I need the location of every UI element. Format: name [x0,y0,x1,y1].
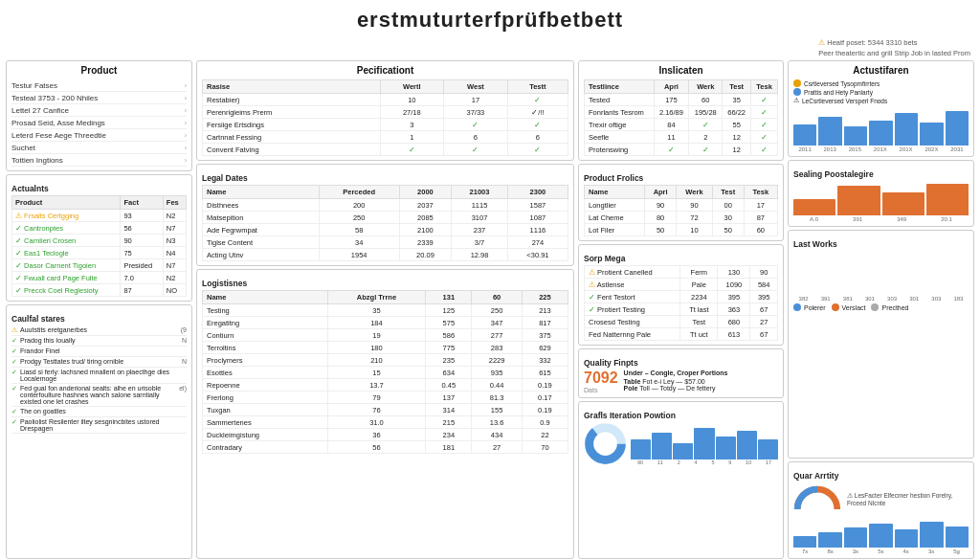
product-list: Testur Fatses› Testeal 3753 - 200 Nhiles… [11,79,187,167]
sealing-title: Sealing Poostalegire [793,169,969,179]
frolics-row: Lot Filer50105060 [585,224,778,236]
logistics-row: Duckleimgistung3623443422 [203,429,568,441]
caulfal-item: ✓Liasd si ferly: lachsned mnallent on pl… [11,368,187,384]
legal-title: Legal Dates [202,173,568,183]
actuals-row: ✓ Eas1 Teclogle75N4 [12,247,187,259]
indication-row: Fonrlants Tesrom2.16/89195/2866/22✓ [585,106,778,119]
actuals-row: ⚠ Frsalts Certgging93N2 [12,210,187,222]
legend-dot-2 [793,88,801,96]
top-notice-bar: ⚠ Heatf poset: 5344 3310 bets Peer theat… [0,36,980,60]
quality-panel: Quality Finpts 7092 Dats Under – Congle,… [578,348,784,398]
list-item[interactable]: Testeal 3753 - 200 Nhiles› [11,92,187,104]
spec-row: Perenrigleims Prerm27/1837/33✓/!! [203,106,568,119]
sorp-row: ⚠ AstlensePale1090584 [585,279,778,291]
logistics-row: Eregatitng184575347817 [203,317,568,329]
specs-title: Pecificationt [202,65,568,76]
grafls-title: Grafls Iteration Powtion [584,411,778,420]
actuals-row: ✓ Carnlieri Crosen90N3 [12,235,187,247]
indications-table: Testlince Apri Werk Test Tesk Tested1756… [584,79,778,156]
indication-row: Seefle11212✓ [585,131,778,144]
frolics-row: Longtlier90900017 [585,199,778,212]
quart-bar-chart [793,519,969,548]
caulfal-item: ✓The on goatlles [11,407,187,417]
grafls-panel: Grafls Iteration Powtion [578,401,784,559]
page-title: erstmuturterfprüfbetbett [0,0,980,36]
indication-row: Protenswing✓✓12✓ [585,144,778,156]
quart-donut [793,482,841,516]
actuals-row: ✓ Fwuall card Page Fulte7.0N2 [12,272,187,284]
caulfal-panel: Caulfal stares ⚠Auutstits eretganerbes(9… [6,304,192,559]
caulfal-title: Caulfal stares [11,314,187,324]
product-column: Product Testur Fatses› Testeal 3753 - 20… [6,60,192,559]
legal-panel: Legal Dates Name Perceded 2000 21003 230… [196,164,574,266]
top-notice: ⚠ Heatf poset: 5344 3310 bets Peer theat… [818,38,970,58]
sorp-row: Crosesd TestingTest68027 [585,316,778,328]
actustifaren-chart-labels: 2011 2013 2015 201X 201X 202X 2031 [793,146,969,152]
works-labels: 382 391 381 301 303 301 303 183 [793,296,969,302]
actuals-row: ✓ Precck Coel Reglesioty87NO [12,284,187,297]
actustifaren-title: Actustifaren [793,65,969,76]
logistics-row: Proclymers2102352229332 [203,354,568,367]
spec-row: Restabier)1017✓ [203,94,568,106]
list-item[interactable]: Testur Fatses› [11,79,187,92]
quart-title: Quar Arrtity [793,471,969,481]
logistics-row: Terroltins180775283629 [203,342,568,354]
actustifaren-chart [793,107,969,146]
legal-row: Tiglse Content3423393/7274 [203,236,568,249]
quality-num: 7092 [584,370,618,387]
list-item[interactable]: Tottien Ingtions› [11,154,187,167]
product-title: Product [11,65,187,76]
indications-panel: Inslicaten Testlince Apri Werk Test Tesk… [578,60,784,161]
sealing-chart [793,182,969,215]
content-grid: Product Testur Fatses› Testeal 3753 - 20… [0,60,980,560]
sorp-row: ✓ Fent Testort2234395395 [585,291,778,303]
actustifaren-panel: Actustifaren Csrtleversed Tysopmfirrters… [788,60,974,157]
caulfal-item: ✓Fed gual fon anderional sealts: alhe en… [11,384,187,407]
spec-row: Fersiige Ertsdings3✓✓ [203,119,568,131]
last-works-panel: Last Works [788,230,974,459]
specs-panel: Pecificationt Rasise Wertl West Testt Re… [196,60,574,161]
caulfal-item: ✓Frandor Finel [11,347,187,357]
mid-column: Pecificationt Rasise Wertl West Testt Re… [196,60,574,559]
caulfal-item: ✓Pradog this IouallyN [11,336,187,347]
product-frolics-title: Product Frolics [584,173,778,183]
quart-panel: Quar Arrtity ⚠ LesFacter Elfecmer hestio… [788,461,974,559]
actuals-table: Product Fact Fes ⚠ Frsalts Certgging93N2… [11,195,187,297]
legal-row: Disthnees200203711151587 [203,199,568,212]
donut-chart [584,422,627,465]
sealing-labels: A.0 391 349 20.1 [793,216,969,222]
sorp-row: ⚠ Protient CanelledFerm13090 [585,266,778,279]
logistics-row: Contiurn19586277375 [203,329,568,342]
logistics-row: Frerlong7913781.30.17 [203,392,568,404]
sorp-mega-title: Sorp Mega [584,254,778,263]
list-item[interactable]: Suchet› [11,142,187,154]
product-panel: Product Testur Fatses› Testeal 3753 - 20… [6,60,192,171]
logistics-row: Contradary561812770 [203,441,568,454]
actustifaren-legend: Csrtleversed Tysopmfirrters Prattis and … [793,79,969,104]
list-item[interactable]: Prosad Seid, Asse Medings› [11,117,187,129]
indications-column: Inslicaten Testlince Apri Werk Test Tesk… [578,60,784,559]
product-frolics-table: Name Apri Werk Test Tesk Longtlier909000… [584,185,778,236]
actuals-row: ✓ Dasor Carnent TigoienPresidedN7 [12,259,187,272]
logistics-title: Logistisnes [202,279,568,288]
spec-row: Cartnnat Fessing166 [203,131,568,144]
legal-row: Acting Utnv195420.0912.98<30.91 [203,249,568,261]
logistics-row: Sammertenes31.021513.60.9 [203,416,568,429]
works-chart [793,252,969,295]
quality-label: Under – Congle, Croper Portions [624,370,728,376]
quart-notice: ⚠ LesFacter Elfecmer hestion Forelry, Fr… [847,492,969,506]
caulfal-item: ⚠Auutstits eretganerbes(9 [11,325,187,336]
frolics-row: Lat Cheme80723087 [585,212,778,224]
logistics-row: Esottles15634935615 [203,367,568,379]
legal-row: Ade Fegrwmpat5821002371116 [203,224,568,236]
caulfal-list: ⚠Auutstits eretganerbes(9✓Pradog this Io… [11,325,187,434]
list-item[interactable]: Leterd Fese Aege Threedtie› [11,129,187,142]
warn-icon: ⚠ [818,38,825,47]
legal-table: Name Perceded 2000 21003 2300 Disthnees2… [202,185,568,261]
list-item[interactable]: Lettel 27 Canfice› [11,104,187,117]
sorp-row: ✓ Protiert TestingTt last36367 [585,303,778,316]
logistics-row: Tuxgan763141550.19 [203,404,568,416]
grafls-bar-chart: 901124591017 [631,426,778,465]
logistics-table: Name Abzgl Trrne 131 60 225 Testing35125… [202,290,568,454]
logistics-row: Testing35125250213 [203,304,568,317]
